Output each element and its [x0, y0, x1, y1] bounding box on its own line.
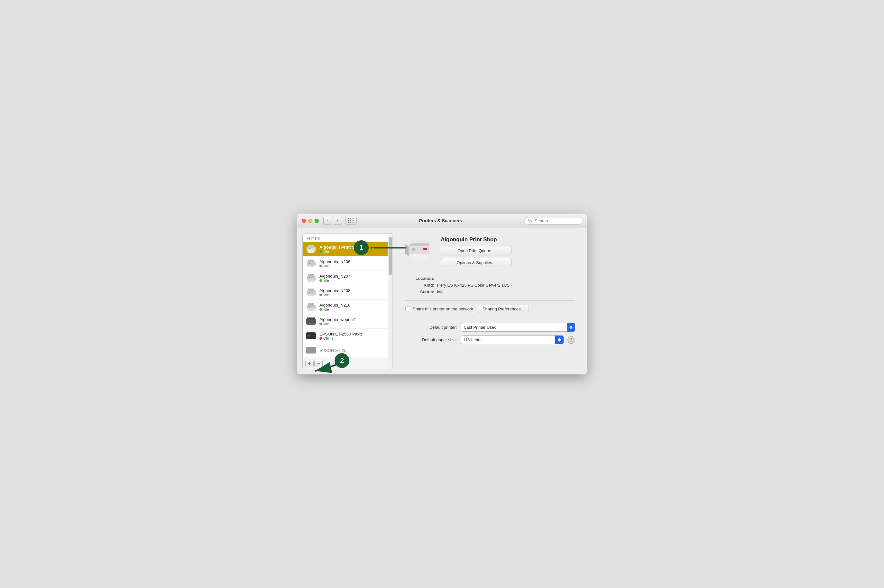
status-row: Status: Idle: [405, 288, 575, 295]
svg-rect-18: [308, 308, 314, 311]
printer-name-2: Algonquin_N207: [320, 274, 385, 279]
minimize-button[interactable]: [308, 219, 312, 223]
printer-name-0: Algonquin Print Shop: [320, 245, 385, 250]
svg-rect-32: [412, 248, 415, 250]
nav-buttons: ‹ ›: [323, 217, 342, 225]
remove-printer-button[interactable]: −: [314, 360, 323, 367]
printer-list-panel: Printers: [302, 233, 392, 369]
status-dot-4: [320, 308, 322, 311]
printer-info-0: Algonquin Print Shop Idle: [320, 245, 385, 254]
forward-button[interactable]: ›: [333, 217, 342, 225]
fullscreen-button[interactable]: [315, 219, 319, 223]
printer-info-3: Algonquin_N208 Idle: [320, 288, 385, 297]
back-button[interactable]: ‹: [323, 217, 332, 225]
printer-large-icon: [405, 236, 434, 262]
default-printer-row: Default printer: Last Printer Used: [405, 323, 575, 332]
options-supplies-button[interactable]: Options & Supplies...: [441, 258, 512, 267]
location-label: Location:: [405, 276, 434, 281]
printer-icon-2: [305, 273, 317, 283]
panel-bottom-bar: + −: [303, 358, 388, 369]
printer-item[interactable]: Algonquin_N210 Idle: [303, 300, 388, 314]
svg-rect-24: [307, 332, 315, 333]
printer-info-6: EPSON ET-2550 Paxtc Offline: [320, 332, 385, 340]
printer-info-2: Algonquin_N207 Idle: [320, 274, 385, 282]
default-paper-label: Default paper size:: [405, 338, 457, 342]
printer-3d-icon: [405, 236, 434, 262]
search-icon: 🔍: [528, 218, 533, 223]
share-checkbox-label[interactable]: Share this printer on the network: [405, 306, 473, 311]
svg-rect-11: [309, 277, 311, 278]
sharing-preferences-button[interactable]: Sharing Preferences...: [478, 304, 529, 313]
status-value: Idle: [437, 290, 444, 294]
share-row: Share this printer on the network Sharin…: [405, 304, 575, 313]
share-checkbox[interactable]: [405, 306, 410, 311]
printer-item[interactable]: EPSON ET-2550 Paxtc Offline: [303, 329, 388, 343]
svg-rect-21: [307, 318, 315, 320]
default-paper-select[interactable]: US Letter: [461, 336, 564, 344]
main-window: ‹ › Printers & Scanners 🔍 Printers: [297, 214, 587, 374]
panel-header: Printers: [303, 234, 388, 242]
printer-item[interactable]: Algonquin_woprint1 Idle: [303, 314, 388, 329]
printer-svg-6: [305, 331, 317, 341]
default-printer-select-wrap: Last Printer Used: [461, 323, 575, 332]
printer-item[interactable]: Algonquin_N208 Idle: [303, 285, 388, 300]
divider: [405, 300, 575, 301]
share-label-text: Share this printer on the network: [413, 306, 473, 311]
status-dot-2: [320, 279, 322, 282]
printer-item[interactable]: Algonquin Print Shop Idle: [303, 242, 388, 256]
svg-rect-10: [308, 279, 314, 282]
svg-marker-34: [408, 243, 429, 246]
printer-item[interactable]: Algonquin_N207 Idle: [303, 271, 388, 285]
help-button[interactable]: ?: [567, 336, 575, 344]
svg-rect-1: [308, 245, 314, 248]
printer-svg-5: [305, 316, 317, 327]
status-dot-5: [320, 322, 322, 325]
default-paper-row: Default paper size: US Letter ?: [405, 336, 575, 344]
open-queue-button[interactable]: Open Print Queue...: [441, 246, 512, 255]
status-dot-0: [320, 250, 322, 253]
printer-status-1: Idle: [320, 264, 385, 268]
default-paper-select-wrap: US Letter: [461, 336, 564, 344]
add-printer-button[interactable]: +: [305, 360, 314, 367]
scrollbar-track[interactable]: [388, 234, 392, 369]
printer-icon-1: [305, 258, 317, 268]
printer-item[interactable]: Algonquin_N206 Idle: [303, 256, 388, 271]
printer-svg-3: [305, 287, 317, 297]
printer-name-3: Algonquin_N208: [320, 288, 385, 293]
printer-svg-2: [305, 273, 317, 283]
svg-rect-17: [308, 303, 314, 306]
close-button[interactable]: [302, 219, 306, 223]
svg-rect-6: [308, 265, 314, 267]
printer-item[interactable]: EPSON ET-25...: [303, 343, 388, 358]
svg-rect-23: [306, 333, 316, 339]
svg-rect-26: [306, 347, 316, 354]
grid-view-button[interactable]: [345, 217, 357, 225]
svg-rect-25: [308, 335, 310, 336]
search-box: 🔍: [524, 217, 582, 225]
scrollbar-thumb[interactable]: [389, 237, 392, 275]
printer-status-4: Idle: [320, 308, 385, 311]
default-printer-select[interactable]: Last Printer Used: [461, 323, 575, 332]
svg-rect-9: [308, 274, 314, 277]
printer-detail-title: Algonquin Print Shop: [441, 236, 575, 243]
printer-name-6: EPSON ET-2550 Paxtc: [320, 332, 385, 336]
status-dot-1: [320, 265, 322, 267]
kind-label: Kind:: [405, 283, 434, 288]
grid-icon: [348, 218, 354, 224]
status-dot-6: [320, 337, 322, 340]
printer-name-5: Algonquin_woprint1: [320, 317, 385, 322]
printer-info-1: Algonquin_N206 Idle: [320, 259, 385, 268]
svg-rect-5: [308, 260, 314, 262]
printer-icon-4: [305, 302, 317, 312]
search-input[interactable]: [535, 218, 579, 223]
printer-status-0: Idle: [320, 250, 385, 254]
printer-svg-4: [305, 302, 317, 312]
printer-info-7: EPSON ET-25...: [320, 348, 385, 353]
svg-rect-13: [308, 288, 314, 291]
window-title: Printers & Scanners: [360, 218, 521, 223]
printer-icon-6: [305, 331, 317, 341]
svg-rect-3: [309, 248, 311, 249]
kind-value: Fiery ES IC-415 PS Color Server2.1US: [437, 283, 510, 288]
printer-list-inner: Printers: [303, 234, 388, 369]
printer-name-1: Algonquin_N206: [320, 259, 385, 264]
